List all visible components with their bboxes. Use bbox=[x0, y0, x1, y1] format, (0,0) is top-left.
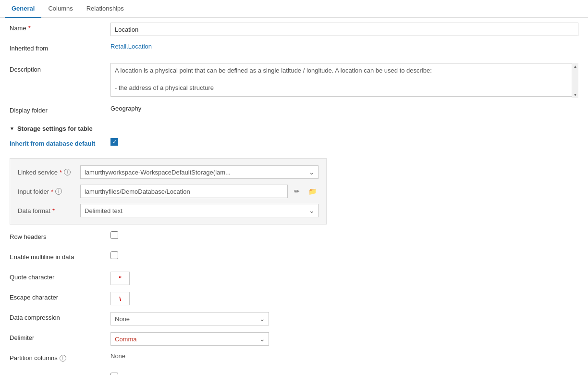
input-folder-row: Input folder * i ✏ 📁 bbox=[18, 185, 318, 198]
input-folder-value: ✏ 📁 bbox=[80, 185, 318, 198]
name-value bbox=[110, 23, 578, 36]
inherited-from-link[interactable]: Retail.Location bbox=[110, 43, 152, 50]
display-folder-text: Geography bbox=[110, 105, 141, 112]
data-compression-value: None bbox=[110, 312, 578, 325]
input-folder-label: Input folder * i bbox=[18, 188, 80, 195]
scroll-up-icon[interactable]: ▲ bbox=[572, 63, 579, 70]
linked-service-dropdown-wrapper: lamurthyworkspace-WorkspaceDefaultStorag… bbox=[80, 165, 318, 179]
quote-char-input[interactable] bbox=[110, 272, 130, 285]
row-headers-row: Row headers bbox=[10, 231, 578, 245]
multiline-row: Enable multiline in data bbox=[10, 251, 578, 265]
data-compression-label: Data compression bbox=[10, 312, 110, 321]
data-compression-dropdown-wrapper: None bbox=[110, 312, 269, 325]
inherited-from-label: Inherited from bbox=[10, 43, 110, 52]
linked-service-required: * bbox=[60, 169, 62, 176]
name-label: Name * bbox=[10, 23, 110, 32]
name-row: Name * bbox=[10, 23, 578, 36]
data-format-value: Delimited text bbox=[80, 204, 318, 217]
storage-arrow-icon: ▼ bbox=[10, 126, 14, 131]
multiline-checkbox[interactable] bbox=[110, 251, 118, 259]
name-input[interactable] bbox=[110, 23, 578, 36]
inherit-db-checkbox[interactable]: ✓ bbox=[110, 138, 118, 146]
escape-char-input[interactable] bbox=[110, 292, 130, 305]
tab-bar: General Columns Relationships bbox=[0, 0, 588, 18]
display-folder-row: Display folder Geography bbox=[10, 105, 578, 118]
input-folder-controls: ✏ 📁 bbox=[80, 185, 318, 198]
description-row: Description A location is a physical poi… bbox=[10, 63, 578, 98]
name-required: * bbox=[28, 25, 31, 32]
scroll-down-icon[interactable]: ▼ bbox=[572, 91, 579, 98]
input-folder-required: * bbox=[51, 188, 53, 195]
row-headers-checkbox[interactable] bbox=[110, 231, 118, 239]
multiline-label: Enable multiline in data bbox=[10, 251, 110, 261]
description-label: Description bbox=[10, 63, 110, 73]
input-folder-info-icon[interactable]: i bbox=[55, 188, 62, 195]
tab-columns[interactable]: Columns bbox=[41, 0, 79, 18]
linked-service-select[interactable]: lamurthyworkspace-WorkspaceDefaultStorag… bbox=[80, 165, 318, 179]
tab-general[interactable]: General bbox=[5, 0, 41, 18]
edit-folder-button[interactable]: ✏ bbox=[291, 185, 303, 198]
escape-char-row: Escape character bbox=[10, 292, 578, 305]
delimiter-value: Comma bbox=[110, 332, 578, 346]
partition-columns-text: None bbox=[110, 352, 125, 360]
inherited-from-row: Inherited from Retail.Location bbox=[10, 43, 578, 56]
quote-char-row: Quote character bbox=[10, 272, 578, 285]
delimiter-label: Delimiter bbox=[10, 332, 110, 341]
data-compression-select[interactable]: None bbox=[110, 312, 269, 325]
row-headers-label: Row headers bbox=[10, 231, 110, 240]
partition-columns-info-icon[interactable]: i bbox=[60, 355, 66, 362]
input-folder-input[interactable] bbox=[80, 185, 288, 198]
row-headers-checkbox-wrapper bbox=[110, 231, 578, 239]
description-textarea[interactable]: A location is a physical point that can … bbox=[110, 63, 578, 97]
escape-char-label: Escape character bbox=[10, 292, 110, 301]
data-format-required: * bbox=[52, 207, 55, 214]
appendable-checkbox[interactable] bbox=[110, 373, 118, 375]
data-format-row: Data format * Delimited text bbox=[18, 204, 318, 217]
description-wrapper: A location is a physical point that can … bbox=[110, 63, 578, 98]
data-format-dropdown-wrapper: Delimited text bbox=[80, 204, 318, 217]
browse-folder-button[interactable]: 📁 bbox=[306, 185, 318, 198]
inherit-db-row: Inherit from database default ✓ bbox=[10, 138, 578, 151]
quote-char-value bbox=[110, 272, 578, 285]
delimiter-dropdown-wrapper: Comma bbox=[110, 332, 269, 346]
escape-char-value bbox=[110, 292, 578, 305]
description-value: A location is a physical point that can … bbox=[110, 63, 578, 98]
appendable-label: Appendable i bbox=[10, 373, 110, 375]
display-folder-label: Display folder bbox=[10, 105, 110, 114]
partition-columns-row: Partition columns i None bbox=[10, 352, 578, 366]
description-scrollbar: ▲ ▼ bbox=[572, 63, 578, 98]
form-content: Name * Inherited from Retail.Location De… bbox=[0, 18, 588, 375]
delimiter-row: Delimiter Comma bbox=[10, 332, 578, 346]
inherit-db-checkbox-wrapper: ✓ bbox=[110, 138, 578, 146]
multiline-checkbox-wrapper bbox=[110, 251, 578, 259]
linked-service-info-icon[interactable]: i bbox=[64, 169, 71, 175]
appendable-checkbox-wrapper bbox=[110, 373, 578, 375]
delimiter-select[interactable]: Comma bbox=[110, 332, 269, 346]
linked-service-label: Linked service * i bbox=[18, 169, 80, 176]
quote-char-label: Quote character bbox=[10, 272, 110, 281]
appendable-row: Appendable i bbox=[10, 373, 578, 375]
partition-columns-label: Partition columns i bbox=[10, 352, 110, 362]
data-format-select[interactable]: Delimited text bbox=[80, 204, 318, 217]
linked-service-value: lamurthyworkspace-WorkspaceDefaultStorag… bbox=[80, 165, 318, 179]
inherit-db-label: Inherit from database default bbox=[10, 138, 110, 147]
display-folder-value: Geography bbox=[110, 105, 578, 112]
partition-columns-value: None bbox=[110, 352, 578, 360]
data-format-label: Data format * bbox=[18, 207, 80, 214]
storage-box: Linked service * i lamurthyworkspace-Wor… bbox=[10, 158, 327, 225]
inherited-from-value: Retail.Location bbox=[110, 43, 578, 50]
linked-service-row: Linked service * i lamurthyworkspace-Wor… bbox=[18, 165, 318, 179]
tab-relationships[interactable]: Relationships bbox=[80, 0, 131, 18]
data-compression-row: Data compression None bbox=[10, 312, 578, 325]
storage-section-header[interactable]: ▼ Storage settings for table bbox=[10, 125, 578, 132]
